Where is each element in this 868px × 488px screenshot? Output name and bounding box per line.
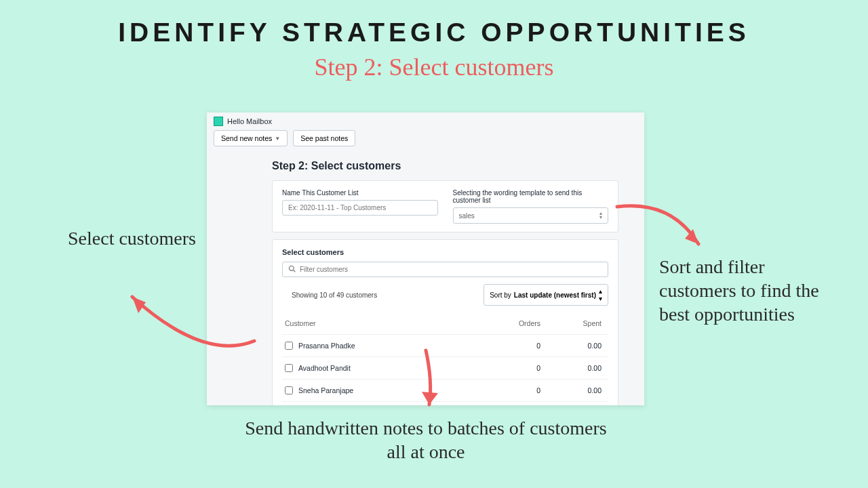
annotation-bottom: Send handwritten notes to batches of cus…	[243, 416, 609, 464]
row-checkbox[interactable]	[285, 364, 293, 372]
customer-orders: 0	[484, 342, 545, 350]
table-row: Prasanna Phadke 0 0.00	[282, 335, 608, 357]
app-header: Hello Mailbox	[207, 113, 644, 130]
annotation-right: Sort and filter customers to find the be…	[659, 255, 829, 326]
template-label: Selecting the wording template to send t…	[453, 189, 609, 204]
select-arrows-icon: ▴▾	[599, 211, 602, 220]
col-orders: Orders	[484, 319, 545, 327]
sort-prefix: Sort by	[490, 291, 511, 299]
filter-wrap	[282, 262, 608, 277]
search-icon	[288, 265, 296, 274]
col-customer: Customer	[285, 319, 484, 327]
showing-count: Showing 10 of 49 customers	[292, 291, 377, 299]
table-row: Sneha Paranjape 0 0.00	[282, 380, 608, 402]
template-field: Selecting the wording template to send t…	[453, 189, 609, 224]
name-template-card: Name This Customer List Selecting the wo…	[272, 180, 618, 232]
app-frame: Hello Mailbox Send new notes ▼ See past …	[207, 113, 644, 405]
table-header: Customer Orders Spent	[282, 312, 608, 335]
customer-spent: 0.00	[545, 386, 606, 394]
toolbar: Send new notes ▼ See past notes	[207, 130, 644, 153]
template-select[interactable]: sales ▴▾	[453, 207, 609, 224]
app-name: Hello Mailbox	[227, 117, 272, 125]
select-customers-card: Select customers Showing 10 of 49 custom…	[272, 239, 618, 405]
chevron-down-icon: ▼	[275, 136, 280, 142]
sort-value: Last update (newest first)	[514, 291, 596, 299]
customer-orders: 0	[484, 364, 545, 372]
customer-name: Prasanna Phadke	[298, 342, 355, 350]
select-customers-title: Select customers	[282, 248, 608, 256]
page-heading: IDENTIFY STRATEGIC OPPORTUNITIES	[0, 0, 868, 47]
customer-spent: 0.00	[545, 364, 606, 372]
name-list-field: Name This Customer List	[282, 189, 438, 224]
sort-button[interactable]: Sort by Last update (newest first) ▴▾	[484, 284, 608, 306]
col-spent: Spent	[545, 319, 606, 327]
customer-spent: 0.00	[545, 342, 606, 350]
table-row: Avadhoot Pandit 0 0.00	[282, 357, 608, 380]
step-title: Step 2: Select customers	[272, 160, 644, 172]
svg-line-1	[294, 270, 296, 272]
page-subheading: Step 2: Select customers	[0, 53, 868, 81]
customer-name: Sneha Paranjape	[298, 386, 353, 394]
row-checkbox[interactable]	[285, 342, 293, 350]
template-value: sales	[459, 212, 475, 220]
svg-point-0	[289, 266, 294, 270]
name-list-input[interactable]	[282, 200, 438, 216]
send-new-notes-button[interactable]: Send new notes ▼	[214, 130, 288, 146]
app-logo-icon	[214, 117, 223, 126]
customer-name: Avadhoot Pandit	[298, 364, 351, 372]
send-new-notes-label: Send new notes	[221, 134, 272, 142]
sort-arrows-icon: ▴▾	[599, 287, 602, 302]
filter-input[interactable]	[300, 266, 602, 273]
name-list-label: Name This Customer List	[282, 189, 438, 197]
customer-orders: 0	[484, 386, 545, 394]
row-checkbox[interactable]	[285, 386, 293, 394]
see-past-notes-button[interactable]: See past notes	[293, 130, 355, 146]
annotation-left: Select customers	[68, 226, 196, 250]
see-past-notes-label: See past notes	[300, 134, 348, 142]
